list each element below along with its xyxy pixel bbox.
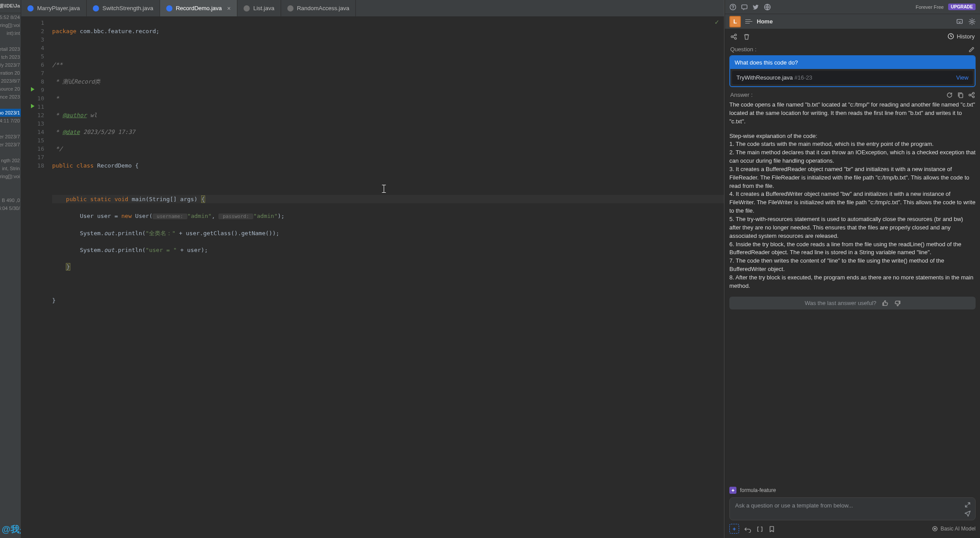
run-gutter-icon[interactable] <box>31 104 34 108</box>
structure-row[interactable] <box>0 149 21 156</box>
gutter[interactable]: 123456789101112131415161718 <box>21 17 48 538</box>
structure-row[interactable]: int, Strin <box>0 164 21 172</box>
structure-row[interactable]: s 2023/8/7 <box>0 77 21 85</box>
structure-row[interactable]: int):int <box>0 29 21 37</box>
structure-row[interactable]: eration 20 <box>0 69 21 77</box>
menu-icon[interactable] <box>745 19 752 23</box>
gear-icon[interactable] <box>969 18 976 25</box>
home-label[interactable]: Home <box>757 18 773 25</box>
structure-row[interactable]: 8/24 15:52, <box>0 13 21 21</box>
refresh-icon[interactable] <box>946 92 953 98</box>
static-field: out <box>104 230 114 237</box>
brackets-icon[interactable] <box>756 526 763 532</box>
editor-tab[interactable]: MarryPlayer.java <box>21 0 87 16</box>
line-number[interactable]: 2 <box>23 27 44 35</box>
run-gutter-icon[interactable] <box>31 87 34 92</box>
undo-icon[interactable] <box>744 526 751 532</box>
code-area[interactable]: package com.bbc.feature.record; /** * 测试… <box>48 17 724 538</box>
structure-row[interactable]: nce 2023 <box>0 93 21 101</box>
trash-icon[interactable] <box>743 33 750 40</box>
ai-assistant-panel: Forever Free UPGRADE L Home History Ques… <box>725 0 980 538</box>
structure-row[interactable]: /5/30 14:04 <box>0 204 21 212</box>
structure-row[interactable]: er 2023/7 <box>0 141 21 149</box>
svg-point-14 <box>934 528 935 530</box>
line-number[interactable]: 1 <box>23 19 44 27</box>
chat-icon[interactable] <box>741 4 748 11</box>
line-number[interactable]: 10 <box>23 94 44 103</box>
structure-row[interactable]: tch 2023 <box>0 53 21 61</box>
editor-tab[interactable]: SwitchStrength.java <box>87 0 160 16</box>
context-chip[interactable]: TryWithResource.java #16-23 View <box>732 71 973 84</box>
editor-tab[interactable]: RecordDemo.java× <box>160 0 237 16</box>
thumbs-up-icon[interactable] <box>882 300 888 306</box>
context-range: #16-23 <box>793 74 812 81</box>
send-icon[interactable] <box>964 510 971 516</box>
structure-row[interactable] <box>0 101 21 109</box>
tab-label: SwitchStrength.java <box>103 5 153 11</box>
model-selector[interactable]: Basic AI Model <box>932 526 976 532</box>
project-structure-panel[interactable]: 据\IDE\Ja 8/24 15:52,ring[]):voiint):int … <box>0 0 21 538</box>
line-number[interactable]: 3 <box>23 35 44 44</box>
footer-context[interactable]: ✦ formula-feature <box>729 487 976 494</box>
line-number[interactable]: 9 <box>23 86 44 94</box>
expand-icon[interactable] <box>964 501 971 508</box>
structure-row[interactable]: ring[]):voi <box>0 21 21 29</box>
code-text: ); <box>278 213 285 219</box>
line-number[interactable]: 18 <box>23 161 44 170</box>
line-number[interactable]: 6 <box>23 61 44 69</box>
line-number[interactable]: 15 <box>23 136 44 145</box>
code-text: User user = <box>80 213 122 219</box>
help-icon[interactable] <box>729 4 736 11</box>
line-number[interactable]: 7 <box>23 69 44 77</box>
code-text: .println( <box>114 230 145 237</box>
feedback-label: Was the last answer useful? <box>805 300 876 306</box>
line-number[interactable]: 12 <box>23 111 44 119</box>
structure-row[interactable] <box>0 180 21 188</box>
globe-icon[interactable] <box>764 4 771 11</box>
line-number[interactable]: 4 <box>23 44 44 52</box>
view-link[interactable]: View <box>956 74 969 81</box>
code-text: User( <box>135 213 153 219</box>
thumbs-down-icon[interactable] <box>894 300 900 306</box>
line-number[interactable]: 17 <box>23 153 44 161</box>
twitter-icon[interactable] <box>752 4 759 11</box>
structure-row[interactable]: ngth 202 <box>0 156 21 164</box>
edit-icon[interactable] <box>968 46 975 53</box>
screen-icon[interactable] <box>956 18 963 25</box>
answer-paragraph: The code opens a file named "b.txt" loca… <box>729 101 976 126</box>
structure-row[interactable]: Detail 2023 <box>0 45 21 53</box>
structure-row[interactable]: no 2023/1 <box>0 109 21 117</box>
copy-icon[interactable] <box>957 92 964 98</box>
line-number[interactable]: 11 <box>23 103 44 111</box>
line-number[interactable]: 16 <box>23 145 44 153</box>
share-icon[interactable] <box>730 33 737 40</box>
structure-row[interactable]: ring[]):voi <box>0 172 21 180</box>
code-text: System. <box>80 247 104 253</box>
close-icon[interactable]: × <box>227 5 231 12</box>
line-number[interactable]: 5 <box>23 52 44 61</box>
bookmark-icon[interactable] <box>768 526 775 532</box>
answer-label-row: Answer : <box>730 92 975 98</box>
line-number[interactable]: 13 <box>23 119 44 128</box>
structure-row[interactable] <box>0 188 21 196</box>
structure-row[interactable]: 7/20 14:11, <box>0 117 21 125</box>
avatar[interactable]: L <box>729 16 741 27</box>
structure-row[interactable]: er 2023/7 <box>0 133 21 141</box>
chat-input[interactable]: Ask a question or use a template from be… <box>729 497 976 520</box>
code-text: + user); <box>177 247 208 253</box>
line-number[interactable]: 8 <box>23 77 44 86</box>
structure-row[interactable]: source 20 <box>0 85 21 93</box>
editor-tab[interactable]: RandomAccess.java <box>281 0 356 16</box>
structure-row[interactable]: 0, 490 B <box>0 196 21 204</box>
share-answer-icon[interactable] <box>968 92 975 98</box>
upgrade-button[interactable]: UPGRADE <box>948 4 976 10</box>
structure-row[interactable] <box>0 37 21 45</box>
line-number[interactable]: 14 <box>23 128 44 136</box>
structure-row[interactable]: y 2023/7/ <box>0 61 21 69</box>
structure-row[interactable] <box>0 125 21 133</box>
new-chat-button[interactable]: + <box>729 524 739 534</box>
editor-body[interactable]: ✓ 123456789101112131415161718 package co… <box>21 17 724 538</box>
code-text: (String[] args) <box>145 196 201 202</box>
history-button[interactable]: History <box>947 33 975 40</box>
editor-tab[interactable]: List.java <box>237 0 281 16</box>
